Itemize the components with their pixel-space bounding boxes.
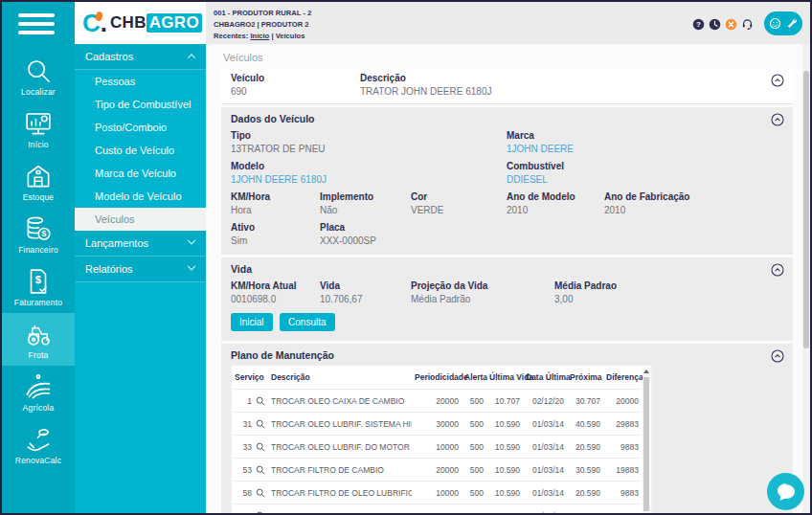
menu-section-cadastros[interactable]: Cadastros (75, 44, 206, 70)
page-scrollbar[interactable] (802, 44, 810, 513)
page-scrollbar-thumb[interactable] (803, 71, 809, 348)
magnifier-icon[interactable] (256, 419, 265, 429)
sidebar-item-financeiro[interactable]: $ Financeiro (2, 208, 75, 260)
sidebar-item-agricola[interactable]: Agrícola (2, 366, 75, 418)
recents-separator: | (271, 32, 273, 40)
cell: 500 (462, 436, 486, 459)
search-icon (24, 56, 53, 85)
sidebar-item-localizar[interactable]: Localizar (2, 50, 75, 102)
table-scrollbar[interactable] (643, 368, 650, 513)
sidebar-item-label: RenovaCalc (15, 456, 61, 465)
menu-section-label: Lançamentos (85, 237, 148, 249)
field-value: Não (320, 205, 411, 215)
hamburger-menu-button[interactable] (18, 13, 75, 34)
collapse-icon[interactable] (771, 263, 784, 277)
magnifier-icon[interactable] (256, 442, 265, 452)
table-header-row: Serviço Descrição Periodicidade Alerta Ú… (232, 366, 642, 390)
field-marca: Marca 1JOHN DEERE (507, 130, 783, 154)
field-label: Veículo (231, 73, 360, 83)
field-value: 2010 (507, 205, 604, 215)
menu-item-pessoas[interactable]: Pessoas (75, 70, 206, 93)
consulta-button[interactable]: Consulta (280, 313, 334, 331)
sidebar-item-estoque[interactable]: Estoque (2, 155, 75, 208)
field-label: Vida (320, 280, 411, 291)
cell: 500 (462, 390, 486, 413)
field-label: KM/Hora Atual (231, 280, 320, 291)
hamburger-bar (18, 31, 55, 34)
logo-text-agro: AGRO (147, 13, 202, 33)
recents-line: Recentes: Início | Veículos (214, 31, 311, 42)
menu-item-posto-comboio[interactable]: Posto/Comboio (75, 116, 206, 139)
scrollbar-thumb[interactable] (643, 377, 649, 511)
magnifier-icon[interactable] (256, 488, 265, 498)
menu-item-tipo-combustivel[interactable]: Tipo de Combustível (75, 93, 206, 116)
column-header: Periodicidade (412, 366, 462, 390)
help-icon[interactable]: ? (692, 17, 705, 30)
field-implemento: Implemento Não (320, 191, 411, 215)
sidebar-item-label: Agrícola (23, 403, 55, 413)
maintenance-table: Serviço Descrição Periodicidade Alerta Ú… (231, 365, 652, 513)
column-header: Próxima (567, 366, 603, 390)
table-row: 31 TROCAR OLEO LUBRIF. SISTEMA HIDRAULIC… (232, 413, 642, 436)
cell: 01/03/14 (523, 413, 567, 436)
collapse-icon[interactable] (771, 74, 784, 87)
field-value-link[interactable]: 1JOHN DEERE 6180J (231, 174, 507, 185)
collapse-icon[interactable] (771, 113, 784, 126)
history-icon[interactable] (709, 17, 721, 30)
magnifier-icon[interactable] (256, 465, 265, 475)
header-actions: ? (692, 10, 802, 36)
cell: 20000 (603, 390, 642, 413)
logo-c-mark: C (82, 11, 101, 35)
support-icon[interactable] (741, 17, 754, 30)
account-tools-button[interactable] (764, 11, 802, 35)
scroll-up-arrow[interactable] (643, 369, 649, 373)
collapse-icon[interactable] (771, 349, 784, 363)
inicial-button[interactable]: Inicial (231, 313, 273, 331)
service-description: TROCAR OLEO LUBRIF. DO MOTOR (268, 436, 412, 459)
app-logo[interactable]: C . CHB AGRO (75, 2, 206, 44)
svg-text:$: $ (42, 229, 47, 238)
field-descricao: Descrição TRATOR JOHN DEERE 6180J (360, 73, 491, 97)
field-value-link[interactable]: DDIESEL (507, 174, 783, 185)
menu-item-label: Pessoas (95, 76, 135, 87)
close-icon[interactable] (725, 17, 737, 30)
top-header: 001 - PRODUTOR RURAL - 2 CHBAGRO2 | PROD… (206, 2, 810, 44)
field-value: Média Padrão (411, 294, 554, 304)
menu-item-custo-veiculo[interactable]: Custo de Veículo (75, 139, 206, 162)
cell: 02/12/20 (523, 390, 567, 413)
chat-bubble-button[interactable] (767, 473, 804, 510)
menu-item-label: Veículos (95, 213, 135, 225)
monitor-chart-icon (24, 109, 53, 138)
vehicle-summary-card: Veículo 690 Descrição TRATOR JOHN DEERE … (221, 68, 793, 104)
sidebar-item-faturamento[interactable]: $ Faturamento (2, 260, 75, 313)
magnifier-icon[interactable] (256, 511, 265, 514)
field-value-link[interactable]: 1JOHN DEERE (507, 144, 783, 154)
menu-item-modelo-veiculo[interactable]: Modelo de Veículo (75, 185, 206, 208)
field-icon (24, 372, 53, 401)
sidebar-item-frota[interactable]: Frota (2, 313, 75, 366)
field-label: Ativo (231, 222, 320, 233)
cell: 20000 (412, 459, 462, 481)
menu-section-label: Cadastros (85, 51, 133, 62)
breadcrumb: 001 - PRODUTOR RURAL - 2 CHBAGRO2 | PROD… (214, 8, 311, 44)
sidebar-item-renovacalc[interactable]: RenovaCalc (2, 418, 75, 471)
cell: 10000 (412, 481, 462, 504)
service-description: TROCAR FILTRO HIDRAULICO (268, 504, 412, 514)
cell: 01/03/14 (523, 504, 567, 514)
menu-item-marca-veiculo[interactable]: Marca de Veículo (75, 162, 206, 185)
user-line: CHBAGRO2 | PRODUTOR 2 (214, 19, 311, 31)
sidebar-item-label: Início (28, 140, 49, 149)
sidebar-item-inicio[interactable]: Início (2, 102, 75, 155)
field-value: 3,00 (554, 294, 783, 304)
menu-section-label: Relatórios (85, 263, 133, 275)
field-label: Combustível (507, 161, 783, 171)
menu-section-lancamentos[interactable]: Lançamentos (75, 231, 206, 257)
menu-item-veiculos[interactable]: Veículos (75, 208, 206, 231)
field-ano-fabricacao: Ano de Fabricação 2010 (604, 191, 783, 215)
magnifier-icon[interactable] (256, 396, 265, 406)
svg-text:?: ? (696, 20, 701, 29)
menu-section-relatorios[interactable]: Relatórios (75, 257, 206, 282)
recents-link-inicio[interactable]: Início (250, 32, 269, 40)
menu-item-label: Custo de Veículo (95, 145, 174, 156)
field-label: Projeção da Vida (411, 280, 554, 291)
